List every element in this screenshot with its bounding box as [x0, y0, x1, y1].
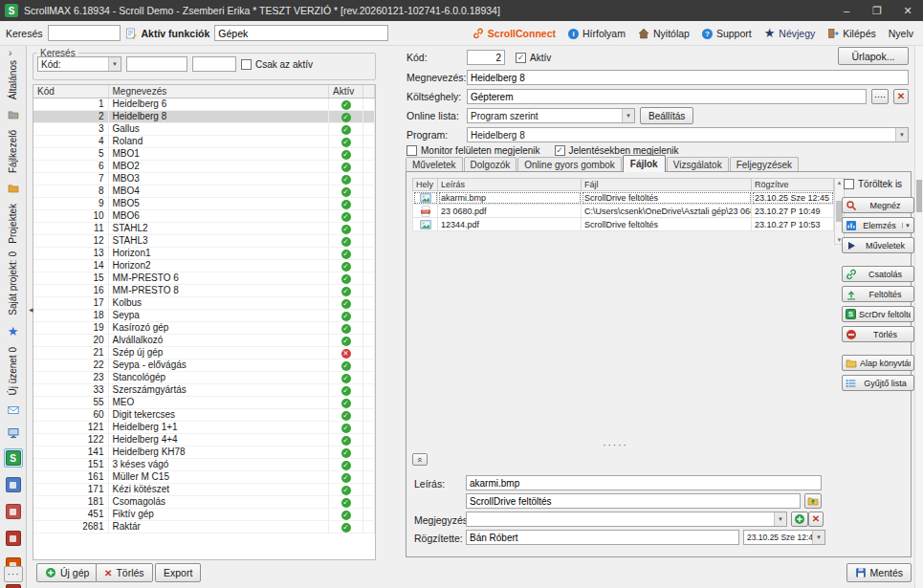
megjegyzes-add-button[interactable]: [791, 512, 808, 527]
rail-label-4[interactable]: Projektek: [8, 204, 18, 244]
col-fajl[interactable]: Fájl: [582, 179, 752, 191]
koltseghely-clear-button[interactable]: ✕: [893, 89, 909, 104]
machine-row[interactable]: 5MBO1✓: [33, 147, 375, 160]
toolbar-link-hirfolyam[interactable]: iHírfolyam: [568, 27, 626, 39]
active-function-input[interactable]: [214, 25, 388, 41]
star-icon[interactable]: ★: [6, 323, 21, 339]
toolbar-link-scrollconnect[interactable]: ScrollConnect: [472, 28, 556, 39]
machine-row[interactable]: 13Horizon1✓: [33, 247, 375, 259]
machine-row[interactable]: 1513 késes vágó✓: [33, 458, 375, 470]
deleted-too-checkbox[interactable]: Töröltek is: [844, 179, 902, 189]
machine-row[interactable]: 3Gallus✓: [33, 122, 375, 135]
machine-row[interactable]: 1Heidelberg 6✓: [33, 98, 375, 110]
tab-fájlok[interactable]: Fájlok: [623, 155, 666, 172]
col-megnevezes[interactable]: Megnevezés: [108, 85, 329, 98]
module-icon-5[interactable]: [4, 582, 23, 588]
műveletek-button[interactable]: Műveletek: [842, 237, 914, 253]
beallitas-button[interactable]: Beállítás: [640, 107, 693, 124]
expand-rail-button[interactable]: ›: [0, 48, 11, 58]
close-button[interactable]: ✕: [892, 0, 923, 21]
overflow-button[interactable]: ···: [4, 566, 23, 582]
csatolás-button[interactable]: Csatolás: [842, 266, 914, 282]
machine-row[interactable]: 14Horizon2✓: [33, 259, 375, 272]
machine-row[interactable]: 141Heidelberg KH78✓: [33, 446, 375, 458]
machine-row[interactable]: 17Kolbus✓: [33, 296, 375, 309]
file-manager-icon[interactable]: [6, 107, 21, 122]
rail-label-0[interactable]: Általános: [8, 60, 18, 99]
collapse-panel-icon[interactable]: ◀: [29, 306, 33, 313]
delete-machine-button[interactable]: ✕ Törlés: [96, 563, 153, 582]
toolbar-link-nyitolap[interactable]: Nyitólap: [638, 28, 690, 39]
gyűjtő-lista-button[interactable]: Gyűjtő lista: [842, 375, 914, 391]
minimize-button[interactable]: –: [831, 0, 862, 21]
scroll-up-icon[interactable]: ▲: [837, 180, 843, 185]
projects-icon[interactable]: [6, 181, 21, 196]
koltseghely-browse-button[interactable]: ····: [871, 89, 889, 104]
search-field-selector[interactable]: Kód: ▼: [37, 56, 121, 72]
col-leiras[interactable]: Leírás: [438, 179, 582, 191]
machine-row[interactable]: 451Fiktív gép✓: [33, 508, 375, 520]
maximize-button[interactable]: ❐: [862, 0, 892, 21]
module-icon-1[interactable]: [4, 475, 23, 494]
module-icon-2[interactable]: [4, 502, 23, 521]
col-hely[interactable]: Hely: [413, 179, 438, 191]
file-source-browse-button[interactable]: [804, 493, 822, 509]
mail-icon[interactable]: [6, 403, 21, 418]
toolbar-link-support[interactable]: ?Support: [702, 27, 752, 39]
machines-module-icon[interactable]: S: [4, 448, 23, 468]
törlés-button[interactable]: Törlés: [842, 326, 914, 342]
export-button[interactable]: Export: [155, 563, 201, 582]
file-leiras-input[interactable]: [466, 475, 822, 490]
collapse-detail-button[interactable]: «: [412, 453, 428, 466]
global-search-input[interactable]: [48, 25, 121, 41]
search-value-input[interactable]: [126, 56, 187, 72]
rail-label-2[interactable]: Fájlkezelő: [8, 130, 18, 173]
module-icon-3[interactable]: [4, 529, 23, 548]
tab-online-gyors-gombok[interactable]: Online gyors gombok: [517, 157, 622, 172]
machine-row[interactable]: 60Digit tekercses✓: [33, 408, 375, 421]
machine-row[interactable]: 16MM-PRESTO 8✓: [33, 284, 375, 296]
machine-row[interactable]: 122Heidelberg 4+4✓: [33, 433, 375, 446]
toolbar-link-kilepes[interactable]: Kilépés: [827, 28, 875, 39]
file-source-input[interactable]: [466, 493, 801, 509]
scroll-thumb[interactable]: [916, 180, 922, 212]
machine-row[interactable]: 9MBO5✓: [33, 197, 375, 209]
machine-row[interactable]: 20Alvállalkozó✓: [33, 334, 375, 346]
scrdrv-feltöltés-button[interactable]: SScrDrv feltöltés: [842, 306, 914, 322]
machine-row[interactable]: 7MBO3✓: [33, 172, 375, 185]
window-scrollbar[interactable]: [914, 46, 923, 588]
machine-row[interactable]: 4Roland✓: [33, 135, 375, 147]
tab-dolgozók[interactable]: Dolgozók: [464, 157, 517, 172]
machine-row[interactable]: 18Seypa✓: [33, 309, 375, 321]
monitor-icon[interactable]: [6, 425, 21, 441]
machine-row[interactable]: 2Heidelberg 8✓: [33, 110, 375, 122]
file-row[interactable]: 12344.pdfScrollDrive feltöltés23.10.27 P…: [413, 218, 834, 231]
machine-row[interactable]: 161Müller M C15✓: [33, 470, 375, 483]
machine-row[interactable]: 21Szép új gép✕: [33, 346, 375, 359]
aktiv-checkbox[interactable]: ✓ Aktív: [516, 53, 551, 63]
tab-vizsgálatok[interactable]: Vizsgálatok: [667, 157, 729, 172]
machine-row[interactable]: 55MEO✓: [33, 396, 375, 408]
online-lista-select[interactable]: Program szerint ▼: [467, 108, 635, 123]
splitter-handle[interactable]: ·····: [407, 440, 824, 450]
machine-row[interactable]: 23Stancológép✓: [33, 371, 375, 383]
machine-row[interactable]: 15MM-PRESTO 6✓: [33, 272, 375, 284]
toolbar-link-nyelv[interactable]: Nyelv: [889, 28, 913, 39]
urlapok-button[interactable]: Űrlapok...: [838, 47, 909, 65]
tab-műveletek[interactable]: Műveletek: [406, 157, 463, 172]
tab-feljegyzések[interactable]: Feljegyzések: [730, 157, 799, 172]
megnéz-button[interactable]: Megnéz: [842, 197, 914, 213]
machine-row[interactable]: 33Szerszámgyártás✓: [33, 383, 375, 396]
megnevezes-input[interactable]: [467, 70, 909, 85]
program-select[interactable]: Heidelberg 8 ▼: [467, 127, 909, 142]
machine-row[interactable]: 8MBO4✓: [33, 185, 375, 197]
rail-label-7[interactable]: Új üzenet 0: [8, 347, 18, 396]
machine-row[interactable]: 121Heidelberg 1+1✓: [33, 421, 375, 433]
col-rogzitve[interactable]: Rögzítve: [752, 179, 834, 191]
file-row[interactable]: akarmi.bmpScrollDrive feltöltés23.10.25 …: [413, 191, 834, 205]
megjegyzes-select[interactable]: ▼: [466, 512, 787, 527]
col-kod[interactable]: Kód: [33, 85, 108, 98]
koltseghely-input[interactable]: [467, 89, 867, 104]
monitor-checkbox[interactable]: Monitor felületen megjelenik: [407, 145, 540, 156]
kod-input[interactable]: [467, 50, 505, 65]
